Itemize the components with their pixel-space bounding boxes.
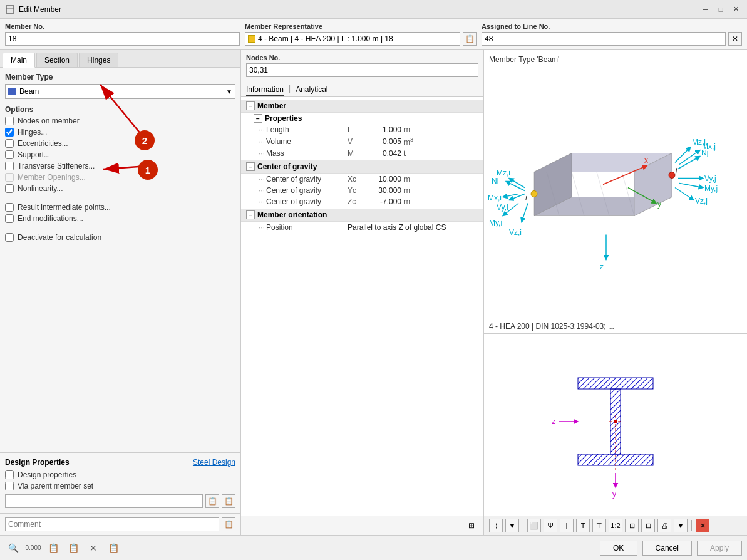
member-no-label: Member No. [5, 23, 240, 30]
footer-close-btn[interactable]: ✕ [85, 540, 101, 556]
nodes-no-label: Nodes No. [246, 54, 478, 61]
tabs: Main Section Hinges [0, 50, 240, 68]
eccentricities-checkbox[interactable] [5, 139, 14, 148]
option-nonlinearity: Nonlinearity... [5, 184, 235, 193]
nonlinearity-checkbox[interactable] [5, 184, 14, 193]
rt-btn-render2[interactable]: Ψ [544, 519, 557, 532]
rt-btn-print[interactable]: 🖨 [657, 519, 671, 532]
member-type-select[interactable]: Beam ▼ [5, 84, 235, 99]
design-props-checkbox[interactable] [5, 470, 14, 479]
svg-text:i: i [525, 194, 527, 202]
svg-point-10 [531, 191, 537, 197]
assigned-line-clear-btn[interactable]: ✕ [728, 32, 742, 46]
tree-properties-header: − Properties [241, 113, 483, 124]
option-nodes-on-member: Nodes on member [5, 117, 235, 125]
member-no-input[interactable] [5, 32, 240, 46]
via-parent-label: Via parent member set [18, 482, 93, 490]
rt-btn-render3[interactable]: | [560, 519, 574, 532]
rt-btn-arrow[interactable]: ▼ [505, 519, 519, 532]
option-support: Support... [5, 150, 235, 159]
footer-copy-btn2[interactable]: 📋 [65, 540, 81, 556]
rt-btn-close[interactable]: ✕ [696, 519, 709, 532]
hinges-checkbox[interactable] [5, 128, 14, 137]
close-button[interactable]: ✕ [729, 3, 742, 16]
orientation-collapse-toggle[interactable]: − [246, 210, 255, 219]
steel-design-link[interactable]: Steel Design [193, 458, 235, 467]
svg-text:Mz,j: Mz,j [692, 138, 706, 147]
svg-text:My,i: My,i [489, 219, 502, 227]
title-bar: Edit Member ─ □ ✕ [0, 0, 747, 19]
app-icon [5, 4, 15, 14]
beam-diagram-area: Member Type 'Beam' [484, 50, 747, 319]
member-type-value: Beam [19, 87, 39, 96]
middle-bottom-toolbar: ⊞ [241, 516, 483, 535]
deactivate-checkbox[interactable] [5, 233, 14, 242]
svg-text:x: x [644, 156, 648, 165]
member-rep-btn[interactable]: 📋 [463, 32, 477, 46]
footer-copy-btn1[interactable]: 📋 [45, 540, 61, 556]
options-label: Options [5, 105, 235, 114]
rt-btn-render4[interactable]: T [576, 519, 590, 532]
nodes-on-member-checkbox[interactable] [5, 117, 14, 125]
tab-section[interactable]: Section [36, 53, 78, 67]
tree-member-header: − Member [241, 100, 483, 113]
footer-help-btn[interactable]: 📋 [105, 540, 121, 556]
tab-hinges[interactable]: Hinges [79, 53, 118, 67]
design-props-title: Design Properties [5, 458, 70, 467]
nodes-section: Nodes No. [241, 50, 483, 81]
cross-section-svg: z y [484, 334, 747, 509]
member-collapse-toggle[interactable]: − [246, 101, 255, 110]
info-tab-information[interactable]: Information [246, 84, 284, 96]
member-openings-label: Member Openings... [18, 173, 86, 182]
comment-input[interactable] [5, 517, 219, 531]
info-tabs: Information | Analytical [241, 81, 483, 97]
via-parent-checkbox[interactable] [5, 482, 14, 490]
result-intermediate-checkbox[interactable] [5, 203, 14, 212]
apply-button[interactable]: Apply [697, 541, 742, 556]
svg-rect-45 [578, 378, 653, 389]
cancel-button[interactable]: Cancel [642, 541, 692, 556]
rt-btn-render1[interactable]: ⬜ [527, 519, 541, 532]
design-input-btn1[interactable]: 📋 [205, 494, 219, 508]
footer-num-btn[interactable]: 0.000 [25, 540, 41, 556]
svg-text:Vy,i: Vy,i [497, 203, 508, 212]
footer-search-btn[interactable]: 🔍 [5, 540, 21, 556]
grid-icon-btn[interactable]: ⊞ [465, 519, 478, 532]
tree-cog-header: − Center of gravity [241, 160, 483, 174]
member-rep-group: Member Representative 4 - Beam | 4 - HEA… [245, 23, 477, 46]
properties-collapse-toggle[interactable]: − [254, 114, 262, 123]
svg-text:Vz,j: Vz,j [695, 197, 708, 205]
member-rep-label: Member Representative [245, 23, 477, 30]
svg-text:Mz,i: Mz,i [497, 169, 510, 177]
rt-btn-table[interactable]: ⊞ [625, 519, 639, 532]
maximize-button[interactable]: □ [714, 3, 727, 16]
rt-btn-grid[interactable]: ⊹ [489, 519, 503, 532]
comment-icon-btn[interactable]: 📋 [222, 517, 235, 531]
design-input-btn2[interactable]: 📋 [222, 494, 235, 508]
support-checkbox[interactable] [5, 150, 14, 159]
yellow-dot [248, 35, 255, 43]
rt-btn-arrow-down[interactable]: ▼ [674, 519, 688, 532]
tree-row-zc: ··· Center of gravity Zc -7.000 m [241, 196, 483, 207]
tab-main[interactable]: Main [3, 53, 35, 68]
option-eccentricities: Eccentricities... [5, 139, 235, 148]
assigned-line-input[interactable] [482, 32, 726, 46]
rt-btn-numbers[interactable]: 1:2 [609, 519, 622, 532]
svg-line-35 [679, 184, 703, 188]
nodes-no-input[interactable] [246, 63, 478, 77]
end-modifications-checkbox[interactable] [5, 214, 14, 223]
info-tab-analytical[interactable]: Analytical [296, 84, 327, 96]
option-result-intermediate: Result intermediate points... [5, 203, 235, 212]
ok-button[interactable]: OK [600, 541, 637, 556]
minimize-button[interactable]: ─ [699, 3, 712, 16]
tree-row-length: ··· Length L 1.000 m [241, 124, 483, 135]
rt-btn-render5[interactable]: ⊤ [592, 519, 606, 532]
section-diagram: z y [484, 334, 747, 516]
deactivate-label: Deactivate for calculation [18, 233, 101, 242]
transverse-checkbox[interactable] [5, 162, 14, 170]
option-member-openings: Member Openings... [5, 173, 235, 182]
rt-btn-table2[interactable]: ⊟ [641, 519, 655, 532]
member-openings-checkbox[interactable] [5, 173, 14, 182]
cog-collapse-toggle[interactable]: − [246, 162, 255, 171]
svg-text:z: z [552, 417, 555, 426]
